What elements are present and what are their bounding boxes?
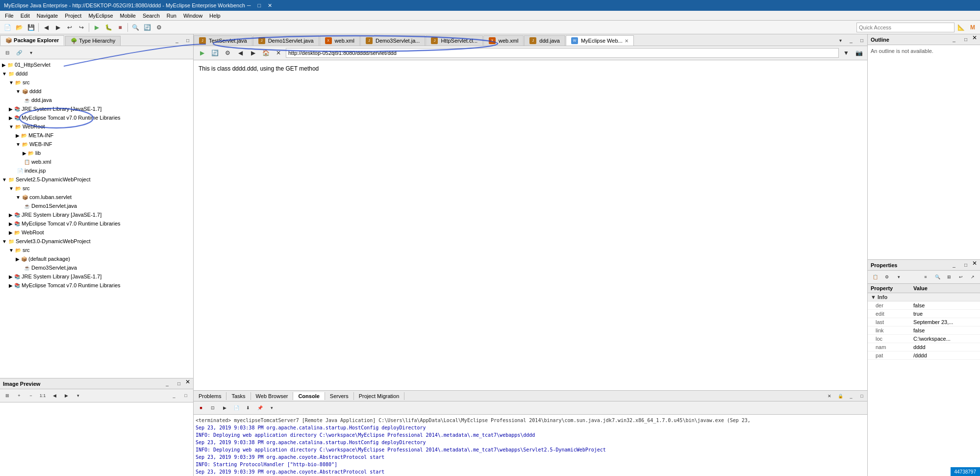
- tab-httpservlet[interactable]: J HttpServlet.cl...: [426, 35, 483, 46]
- toolbar-settings[interactable]: ⚙: [153, 22, 164, 33]
- menu-help[interactable]: Help: [206, 12, 224, 20]
- img-maximize[interactable]: □: [180, 390, 191, 401]
- props-show-in[interactable]: ↗: [967, 272, 978, 282]
- tree-item[interactable]: ▶📚MyEclipse Tomcat v7.0 Runtime Librarie…: [1, 219, 192, 228]
- quick-access-input[interactable]: [856, 23, 955, 32]
- toolbar-new[interactable]: 📄: [2, 22, 13, 33]
- tab-myeclipse-web[interactable]: W MyEclipse Web... ✕: [566, 35, 634, 46]
- tree-item[interactable]: ▼📁dddd: [1, 69, 192, 78]
- tree-item[interactable]: ▶📚MyEclipse Tomcat v7.0 Runtime Librarie…: [1, 281, 192, 290]
- browser-back-btn[interactable]: ◀: [235, 48, 246, 58]
- editor-maximize[interactable]: □: [856, 35, 867, 46]
- tree-item[interactable]: ▼📂src: [1, 184, 192, 193]
- editor-tabs-menu[interactable]: ▾: [835, 35, 846, 46]
- props-restore[interactable]: ↩: [955, 272, 966, 282]
- toolbar-refresh[interactable]: 🔄: [142, 22, 152, 33]
- console-scroll-end-btn[interactable]: ⬇: [243, 402, 253, 413]
- props-advanced[interactable]: ⊞: [944, 272, 955, 282]
- tree-item[interactable]: ☕ddd.java: [1, 96, 192, 104]
- collapse-all-btn[interactable]: ⊟: [2, 47, 13, 58]
- toolbar-stop[interactable]: ■: [115, 22, 126, 33]
- console-terminate-btn[interactable]: ■: [196, 402, 206, 413]
- tab-project-migration[interactable]: Project Migration: [354, 392, 405, 400]
- img-minimize[interactable]: _: [169, 390, 179, 401]
- tree-item[interactable]: ▼📂src: [1, 246, 192, 254]
- properties-minimize[interactable]: _: [949, 260, 959, 271]
- tree-item[interactable]: ▶📂lib: [1, 149, 192, 157]
- tab-demo1servlet[interactable]: J Demo1Servlet.java: [253, 35, 319, 46]
- tab-tasks[interactable]: Tasks: [226, 392, 251, 400]
- tree-item[interactable]: 📋web.xml: [1, 157, 192, 166]
- tab-myeclipse-web-close[interactable]: ✕: [625, 38, 628, 44]
- menu-run[interactable]: Run: [164, 12, 179, 20]
- outline-maximize[interactable]: □: [960, 34, 971, 45]
- menu-myeclipse[interactable]: MyEclipse: [85, 12, 116, 20]
- image-preview-minimize[interactable]: _: [162, 378, 173, 389]
- left-panel-minimize[interactable]: _: [172, 35, 182, 46]
- props-view-menu[interactable]: ▾: [893, 272, 904, 282]
- outline-minimize[interactable]: _: [949, 34, 959, 45]
- tab-package-explorer[interactable]: 📦 Package Explorer: [0, 35, 64, 46]
- properties-close[interactable]: ✕: [972, 260, 977, 271]
- tree-item[interactable]: ☕Demo1Servlet.java: [1, 201, 192, 210]
- tree-item[interactable]: ▼📂WebRoot: [1, 122, 192, 131]
- tree-menu-btn[interactable]: ▾: [25, 47, 36, 58]
- editor-minimize[interactable]: _: [846, 35, 856, 46]
- left-panel-maximize[interactable]: □: [182, 35, 193, 46]
- toolbar-redo[interactable]: ↪: [76, 22, 87, 33]
- menu-navigate[interactable]: Navigate: [34, 12, 61, 20]
- tree-item[interactable]: ▼📁Servlet2.5-DynamicWebProject: [1, 175, 192, 184]
- tree-item[interactable]: 📄index.jsp: [1, 166, 192, 175]
- url-bar[interactable]: [286, 48, 839, 58]
- toolbar-run[interactable]: ▶: [91, 22, 102, 33]
- console-minimize[interactable]: _: [846, 391, 856, 401]
- tab-console[interactable]: Console: [293, 392, 325, 400]
- toolbar-undo[interactable]: ↩: [64, 22, 75, 33]
- console-clear-btn[interactable]: ✕: [824, 391, 835, 401]
- image-preview-maximize[interactable]: □: [174, 378, 184, 389]
- toolbar-search[interactable]: 🔍: [130, 22, 141, 33]
- console-view-menu[interactable]: ▾: [266, 402, 277, 413]
- tab-problems[interactable]: Problems: [194, 392, 226, 400]
- browser-screenshot-btn[interactable]: 📷: [854, 48, 864, 58]
- console-disconnect-btn[interactable]: ⊡: [207, 402, 218, 413]
- tree-item[interactable]: ▶📚MyEclipse Tomcat v7.0 Runtime Librarie…: [1, 113, 192, 122]
- tree-item[interactable]: ▼📦dddd: [1, 87, 192, 96]
- toolbar-perspective[interactable]: 📐: [955, 22, 966, 33]
- link-with-editor-btn[interactable]: 🔗: [14, 47, 25, 58]
- menu-mobile[interactable]: Mobile: [117, 12, 139, 20]
- title-bar-controls[interactable]: ─ □ ✕: [245, 2, 274, 9]
- tab-web-browser[interactable]: Web Browser: [251, 392, 294, 400]
- browser-settings-btn[interactable]: ⚙: [222, 48, 233, 58]
- tree-item[interactable]: ▼📂WEB-INF: [1, 140, 192, 149]
- props-tool-1[interactable]: 📋: [870, 272, 880, 282]
- menu-search[interactable]: Search: [140, 12, 163, 20]
- menu-window[interactable]: Window: [180, 12, 205, 20]
- toolbar-debug[interactable]: 🐛: [103, 22, 114, 33]
- tree-item[interactable]: ▶📚JRE System Library [JavaSE-1.7]: [1, 104, 192, 113]
- browser-stop-btn[interactable]: ✕: [273, 48, 284, 58]
- toolbar-back[interactable]: ◀: [41, 22, 51, 33]
- img-prev-btn[interactable]: ◀: [49, 390, 60, 401]
- img-100-btn[interactable]: 1:1: [37, 390, 48, 401]
- properties-maximize[interactable]: □: [960, 260, 971, 271]
- console-pin-btn[interactable]: 📌: [254, 402, 265, 413]
- console-maximize[interactable]: □: [856, 391, 867, 401]
- tab-dddjava[interactable]: J ddd.java: [524, 35, 565, 46]
- browser-go-btn[interactable]: ▼: [841, 48, 852, 58]
- tree-item[interactable]: ▶📂META-INF: [1, 131, 192, 140]
- tree-item[interactable]: ▼📦com.luban.servlet: [1, 193, 192, 201]
- toolbar-myeclipse-icon[interactable]: M: [967, 22, 978, 33]
- menu-file[interactable]: File: [2, 12, 17, 20]
- console-scroll-lock-btn[interactable]: 🔒: [835, 391, 846, 401]
- outline-close[interactable]: ✕: [972, 34, 977, 45]
- minimize-button[interactable]: ─: [245, 2, 253, 9]
- img-next-btn[interactable]: ▶: [61, 390, 72, 401]
- maximize-button[interactable]: □: [256, 2, 263, 9]
- tree-item[interactable]: ▶📁01_HttpServlet: [1, 60, 192, 69]
- img-view-menu[interactable]: ▾: [73, 390, 83, 401]
- browser-home-btn[interactable]: 🏠: [260, 48, 271, 58]
- props-tool-2[interactable]: ⚙: [881, 272, 892, 282]
- tab-testservlet[interactable]: J TestServlet.java: [194, 35, 252, 46]
- toolbar-forward[interactable]: ▶: [52, 22, 63, 33]
